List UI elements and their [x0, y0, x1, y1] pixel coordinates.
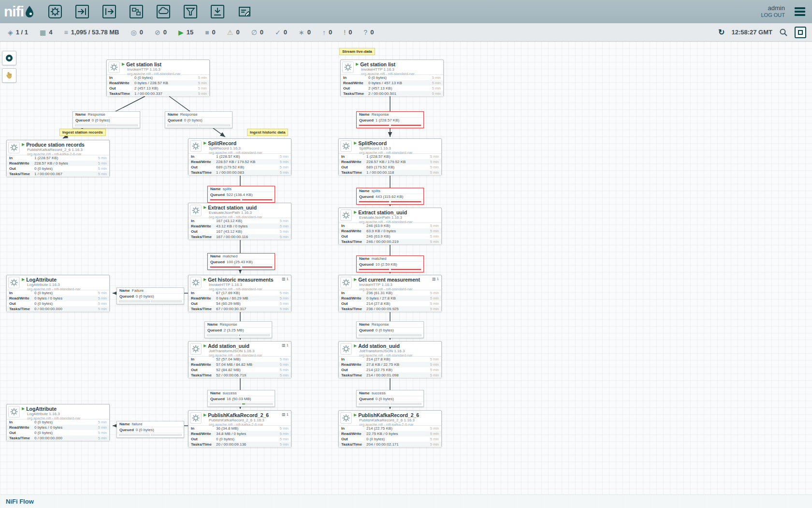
processor-head-text: ▶ Get current measurement InvokeHTTP 1.1… — [354, 277, 420, 290]
connection-label[interactable]: Namesuccess Queued16 (50.03 MB) — [207, 390, 275, 407]
transmitting-stat: ◎0 — [130, 29, 143, 36]
stat-row: Tasks/Time20 / 00:00:09.1365 min — [188, 442, 291, 447]
processor-header: ▶ PublishKafkaRecord_2_6 PublishKafkaRec… — [188, 411, 291, 425]
stat-window-label: 5 min — [432, 81, 441, 85]
backpressure-bars — [357, 268, 423, 272]
output-port-tool-icon[interactable] — [101, 3, 117, 20]
template-tool-icon[interactable] — [209, 3, 226, 20]
flow-label[interactable]: Stream live-data — [339, 48, 375, 55]
global-menu-button[interactable] — [793, 5, 807, 18]
stat-row-value: 1 / 00:00:00.083 — [216, 170, 280, 175]
processor-name: Get station list — [360, 61, 395, 67]
search-button[interactable] — [779, 28, 788, 37]
logout-link[interactable]: LOG OUT — [761, 12, 785, 19]
processor[interactable]: ▥ ▶ PublishKafkaRecord_2_6 PublishKafkaR… — [338, 410, 442, 447]
birdseye-toggle-button[interactable] — [2, 51, 16, 65]
connection-name-value: splits — [223, 187, 232, 191]
breadcrumb-bar: NiFi Flow — [0, 494, 812, 508]
active-threads-badge: ▥1 — [282, 343, 289, 347]
stat-row-value: 0 (0 bytes) — [34, 166, 98, 171]
stat-row-value: 52 (57.04 MB) — [216, 357, 280, 361]
processor-header: ▶ Get historic measurements InvokeHTTP 1… — [188, 275, 291, 290]
processor-tool-icon[interactable] — [47, 3, 63, 20]
connection-label[interactable]: NameResponse Queued0 (0 bytes) — [356, 321, 424, 338]
processor-header: ▶ PublishKafkaRecord_2_6 PublishKafkaRec… — [339, 411, 441, 425]
queued-stat: ≡1,095 / 53.78 MB — [64, 29, 119, 36]
processor[interactable]: ▥ ▶ Produce station records PublishKafka… — [6, 140, 110, 177]
processor-type-icon — [8, 406, 20, 418]
processor[interactable]: ▥ ▶ LogAttribute LogAttribute 1.16.3 org… — [6, 404, 110, 441]
flow-label[interactable]: Ingest historic data — [247, 129, 288, 136]
backpressure-object-bar — [75, 124, 106, 126]
backpressure-object-bar — [207, 334, 238, 336]
connection-queued-value: 16 (50.03 MB) — [227, 397, 251, 401]
stat-row-label: Read/Write — [191, 160, 216, 164]
flow-label[interactable]: Ingest station records — [59, 129, 106, 136]
stat-row-label: Read/Write — [191, 432, 216, 436]
stat-window-label: 5 min — [430, 165, 439, 169]
connection-label[interactable]: Namematched Queued10 (2.59 KB) — [356, 255, 424, 272]
threads-stat: ▦4 — [40, 29, 52, 36]
hand-tool-button[interactable] — [2, 68, 16, 83]
connection-label[interactable]: NameResponse Queued1 (228.57 KB) — [356, 111, 424, 128]
refresh-icon[interactable]: ↻ — [718, 28, 725, 37]
running-icon: ▶ — [178, 29, 184, 36]
input-port-tool-icon[interactable] — [74, 3, 90, 20]
stat-window-label: 5 min — [280, 307, 289, 311]
processor[interactable]: ▥ ▶ Get station list InvokeHTTP 1.16.3 o… — [106, 60, 210, 96]
process-group-tool-icon[interactable] — [128, 3, 145, 20]
processor-header: ▶ Produce station records PublishKafkaRe… — [7, 140, 109, 155]
connection-label[interactable]: Namefailure Queued0 (0 bytes) — [116, 421, 184, 438]
label-tool-icon[interactable] — [236, 3, 253, 20]
stat-window-label: 5 min — [98, 425, 107, 430]
backpressure-size-bar — [242, 403, 273, 405]
stat-row: Out689 (179.52 KB)5 min — [339, 164, 441, 170]
stat-row-value: 1 (228.57 KB) — [34, 156, 98, 160]
connection-label[interactable]: NameFailure Queued0 (0 bytes) — [116, 287, 184, 304]
stat-window-label: 5 min — [98, 161, 107, 165]
processor[interactable]: ▥ ▶ LogAttribute LogAttribute 1.16.3 org… — [6, 275, 110, 312]
processor-name: Add station_uuid — [208, 343, 249, 349]
funnel-tool-icon[interactable] — [182, 3, 199, 20]
connection-name-key: Name — [210, 254, 221, 258]
processor[interactable]: ▥ ▶ Extract station_uuid EvaluateJsonPat… — [338, 208, 442, 244]
connection-queued-key: Queued — [75, 118, 90, 122]
threads-badge-count: 1 — [437, 277, 439, 281]
processor[interactable]: ▥ ▶ Extract station_uuid EvaluateJsonPat… — [188, 203, 291, 239]
processor[interactable]: ▥1 ▶ Get historic measurements InvokeHTT… — [188, 275, 291, 312]
stat-row-value: 52 (84.82 MB) — [216, 368, 280, 372]
connection-label[interactable]: NameResponse Queued0 (0 bytes) — [165, 111, 232, 128]
connection-label[interactable]: Namematched Queued100 (25.43 KB) — [207, 253, 275, 270]
stat-row-label: In — [191, 426, 216, 431]
remote-process-group-tool-icon[interactable] — [155, 3, 172, 20]
processor[interactable]: ▥ ▶ Add station_uuid JoltTransformJSON 1… — [338, 341, 442, 378]
connection-name-value: success — [372, 391, 386, 395]
processor[interactable]: ▥ ▶ SplitRecord SplitRecord 1.16.3 org.a… — [188, 138, 291, 175]
flow-settings-button[interactable] — [795, 27, 806, 38]
processor[interactable]: ▥1 ▶ PublishKafkaRecord_2_6 PublishKafka… — [188, 410, 291, 447]
processor-type: SplitRecord 1.16.3 — [359, 146, 412, 150]
connection-label[interactable]: NameResponse Queued2 (3.25 MB) — [204, 321, 272, 338]
stat-window-label: 5 min — [98, 291, 107, 295]
connection-label[interactable]: Namesplits Queued443 (115.62 KB) — [356, 188, 424, 205]
connection-label[interactable]: Namesuccess Queued0 (0 bytes) — [356, 390, 424, 407]
threads-badge-count: 1 — [287, 412, 289, 417]
connection-queued-value: 443 (115.62 KB) — [376, 194, 404, 199]
processor[interactable]: ▥1 ▶ Add station_uuid JoltTransformJSON … — [188, 341, 291, 378]
processor[interactable]: ▥ ▶ SplitRecord SplitRecord 1.16.3 org.a… — [338, 138, 442, 175]
run-status-icon: ▶ — [354, 141, 357, 145]
processor[interactable]: ▥1 ▶ Get current measurement InvokeHTTP … — [338, 275, 442, 312]
flow-canvas[interactable]: Ingest station recordsIngest historic da… — [0, 42, 812, 508]
stat-row: In236 (61.31 KB)5 min — [339, 290, 441, 296]
processor-type: LogAttribute 1.16.3 — [27, 412, 80, 416]
processor-stats: In0 (0 bytes)5 minRead/Write0 bytes / 45… — [341, 75, 443, 96]
stat-window-label: 5 min — [432, 86, 441, 90]
breadcrumb[interactable]: NiFi Flow — [6, 498, 34, 505]
stat-row-label: Out — [341, 165, 366, 169]
stat-value: 4 — [49, 29, 52, 36]
stat-window-label: 5 min — [430, 224, 439, 228]
connection-label[interactable]: NameResponse Queued0 (0 bytes) — [72, 111, 140, 128]
processor[interactable]: ▥ ▶ Get station list InvokeHTTP 1.16.3 o… — [340, 60, 444, 96]
connection-label[interactable]: Namesplits Queued522 (136.4 KB) — [207, 186, 275, 203]
backpressure-object-bar — [359, 124, 390, 126]
